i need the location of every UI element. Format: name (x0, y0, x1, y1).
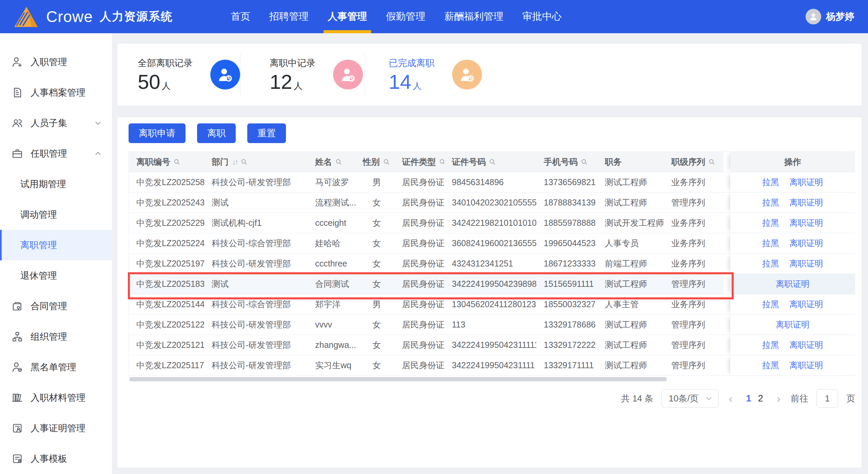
resign-button[interactable]: 离职 (197, 123, 236, 143)
sidebar-item-contract[interactable]: 合同管理 (0, 291, 112, 321)
sidebar-item-personnel-templates[interactable]: 人事模板 (0, 443, 112, 474)
column-header-resignation-id[interactable]: 离职编号 (129, 152, 204, 172)
page-number-1[interactable]: 1 (743, 393, 755, 404)
sidebar-item-personnel-subset[interactable]: 人员子集 (0, 108, 112, 138)
cell-gender: 女 (359, 193, 394, 213)
column-header-name[interactable]: 姓名 (308, 152, 359, 172)
page-unit-label: 页 (846, 393, 855, 404)
table-row[interactable]: 中竞发LZ2025197 科技公司-研发管理部 cccthree 女 居民身份证… (129, 254, 855, 274)
blacklist-link[interactable]: 拉黑 (762, 238, 779, 249)
resignation-certificate-link[interactable]: 离职证明 (789, 360, 823, 371)
stat-label: 离职中记录 (270, 57, 315, 69)
horizontal-scrollbar (129, 377, 855, 382)
column-header-gender[interactable]: 性别 (359, 152, 394, 172)
cell-series: 业务序列 (664, 172, 724, 193)
table-row[interactable]: 中竞发LZ2025224 科技公司-综合管理部 娃哈哈 女 居民身份证 3608… (129, 233, 855, 254)
table-row[interactable]: 中竞发LZ2025258 科技公司-研发管理部 马可波罗 男 居民身份证 984… (129, 172, 855, 193)
sidebar-item-position-management[interactable]: 任职管理 (0, 138, 112, 169)
blacklist-link[interactable]: 拉黑 (762, 258, 779, 269)
app-title: 人力资源系统 (100, 9, 173, 24)
nav-compensation[interactable]: 薪酬福利管理 (444, 0, 503, 33)
cell-title: 测试工程师 (597, 274, 664, 294)
sidebar-item-personnel-certificates[interactable]: 人事证明管理 (0, 413, 112, 443)
nav-recruitment[interactable]: 招聘管理 (269, 0, 309, 33)
column-header-phone[interactable]: 手机号码 (536, 152, 597, 172)
resignation-certificate-link[interactable]: 离职证明 (789, 238, 823, 249)
sidebar-item-onboarding-materials[interactable]: 入职材料管理 (0, 382, 112, 413)
resignation-certificate-link[interactable]: 离职证明 (789, 339, 823, 351)
blacklist-link[interactable]: 拉黑 (762, 339, 779, 351)
cell-cert-number: 360824196002136555 (444, 233, 536, 254)
blacklist-link[interactable]: 拉黑 (762, 197, 779, 208)
resignation-certificate-link[interactable]: 离职证明 (789, 177, 823, 188)
cell-phone: 13329171111 (536, 355, 597, 376)
resignation-certificate-link[interactable]: 离职证明 (776, 319, 810, 330)
stat-card-in-progress[interactable]: 离职中记录 12人 (240, 44, 365, 105)
table-row[interactable]: 中竞发LZ2025117 科技公司-研发管理部 实习生wq 女 居民身份证 34… (129, 355, 855, 376)
nav-attendance[interactable]: 假勤管理 (386, 0, 425, 33)
goto-page-input[interactable] (816, 389, 838, 408)
column-header-series[interactable]: 职级序列 (664, 152, 724, 172)
sidebar-item-resignation[interactable]: 离职管理 (0, 230, 112, 260)
page-number-2[interactable]: 2 (755, 393, 767, 404)
table-row[interactable]: 中竞发LZ2025122 科技公司-研发管理部 vvvv 女 居民身份证 113… (129, 315, 855, 335)
resignation-certificate-link[interactable]: 离职证明 (789, 217, 823, 229)
resignation-apply-button[interactable]: 离职申请 (129, 123, 186, 143)
sidebar-item-personnel-files[interactable]: 人事档案管理 (0, 77, 112, 108)
stat-card-completed[interactable]: 已完成离职 14人 (365, 44, 482, 105)
search-icon[interactable] (335, 158, 343, 166)
column-header-department[interactable]: 部门↓↑ (204, 152, 308, 172)
user-menu[interactable]: 杨梦婷 (806, 9, 868, 24)
sidebar-item-organization[interactable]: 组织管理 (0, 321, 112, 352)
brand-logo[interactable]: Crowe 人力资源系统 (0, 4, 190, 29)
sidebar-submenu-position: 试用期管理 调动管理 离职管理 退休管理 (0, 169, 112, 291)
nav-personnel[interactable]: 人事管理 (328, 0, 367, 33)
table-row[interactable]: 中竞发LZ2025121 科技公司-研发管理部 zhangwa... 女 居民身… (129, 335, 855, 355)
resignation-certificate-link[interactable]: 离职证明 (789, 299, 823, 310)
sidebar: 入职管理 人事档案管理 人员子集 任职管理 试用期管理 调动管理 离职管理 退休… (0, 33, 112, 474)
page-numbers: 12 (743, 393, 767, 404)
prev-page-button[interactable]: ‹ (727, 393, 734, 404)
table-row[interactable]: 中竞发LZ2025183 测试 合同测试 女 居民身份证 34222419950… (129, 274, 855, 294)
search-icon[interactable] (708, 158, 716, 166)
toolbar: 离职申请 离职 重置 (129, 123, 855, 143)
cell-phone: 19965044523 (536, 233, 597, 254)
table-row[interactable]: 中竞发LZ2025229 测试机构-cjf1 ccceight 女 居民身份证 … (129, 213, 855, 233)
next-page-button[interactable]: › (775, 393, 783, 404)
nav-approval-center[interactable]: 审批中心 (522, 0, 562, 33)
sidebar-item-retirement[interactable]: 退休管理 (0, 260, 112, 291)
stat-card-all-resignations[interactable]: 全部离职记录 50人 (117, 44, 240, 105)
resignation-certificate-link[interactable]: 离职证明 (776, 278, 810, 290)
stat-value: 12人 (270, 71, 315, 93)
search-icon[interactable] (488, 158, 497, 166)
sidebar-item-probation[interactable]: 试用期管理 (0, 169, 112, 199)
table-row[interactable]: 中竞发LZ2025144 科技公司-综合管理部 郑宇洋 男 居民身份证 1304… (129, 294, 855, 315)
search-icon[interactable] (383, 158, 391, 166)
horizontal-scrollbar-thumb[interactable] (129, 377, 667, 381)
blacklist-link[interactable]: 拉黑 (762, 217, 779, 229)
reset-button[interactable]: 重置 (247, 123, 286, 143)
cell-name: 实习生wq (308, 355, 359, 376)
sidebar-item-onboarding[interactable]: 入职管理 (0, 47, 112, 77)
cell-department: 测试 (204, 274, 308, 294)
blacklist-link[interactable]: 拉黑 (762, 299, 779, 310)
column-header-cert-type[interactable]: 证件类型 (394, 152, 444, 172)
sidebar-item-blacklist[interactable]: 黑名单管理 (0, 352, 112, 382)
sidebar-item-transfer[interactable]: 调动管理 (0, 199, 112, 230)
blacklist-link[interactable]: 拉黑 (762, 360, 779, 371)
search-icon[interactable] (173, 158, 181, 166)
resignation-certificate-link[interactable]: 离职证明 (789, 258, 823, 269)
page-size-select[interactable]: 10条/页 (661, 389, 718, 408)
blacklist-link[interactable]: 拉黑 (762, 177, 779, 188)
sidebar-label: 任职管理 (31, 147, 67, 160)
sidebar-label: 人事档案管理 (31, 86, 85, 99)
column-header-cert-number[interactable]: 证件号码 (444, 152, 536, 172)
table-row[interactable]: 中竞发LZ2025243 测试 流程测试... 女 居民身份证 34010420… (129, 193, 855, 213)
nav-home[interactable]: 首页 (231, 0, 250, 33)
resignation-certificate-link[interactable]: 离职证明 (789, 197, 823, 208)
sort-icon[interactable]: ↓↑ (232, 158, 237, 166)
search-icon[interactable] (439, 158, 444, 166)
search-icon[interactable] (580, 158, 589, 166)
search-icon[interactable] (240, 158, 248, 166)
cell-title: 人事专员 (597, 233, 664, 254)
